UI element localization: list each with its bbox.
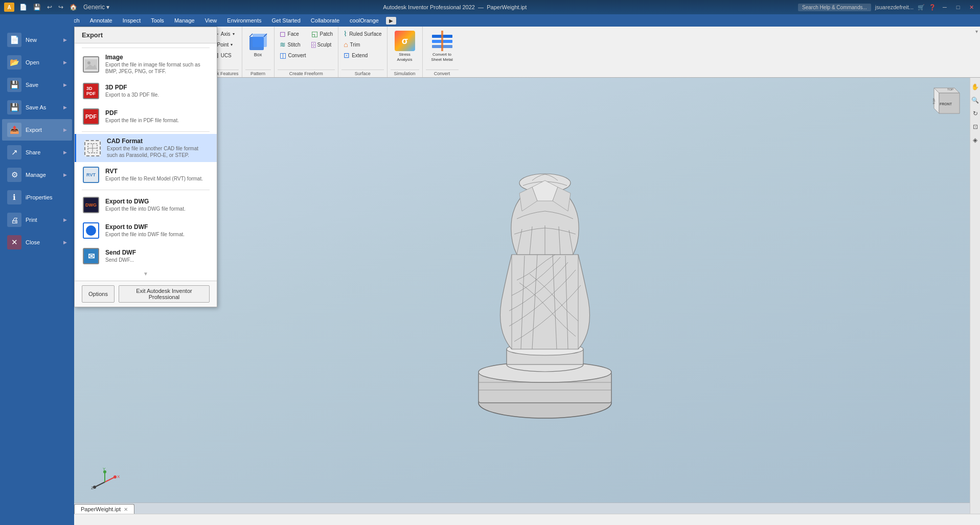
sidebar-item-new[interactable]: 📄 New ▶ (2, 29, 72, 51)
home-btn[interactable]: 🏠 (67, 3, 79, 12)
options-button[interactable]: Options (82, 285, 115, 303)
sidebar-item-open[interactable]: 📂 Open ▶ (2, 52, 72, 73)
menu-view[interactable]: View (200, 16, 222, 25)
sidebar-item-iproperties[interactable]: ℹ iProperties (2, 187, 72, 208)
ribbon-btn-extend[interactable]: ⊡ Extend (341, 50, 383, 60)
sidebar-item-save[interactable]: 💾 Save ▶ (2, 74, 72, 96)
sidebar-iproperties-label: iProperties (26, 194, 53, 200)
ribbon-btn-convert[interactable]: ◫ Convert (278, 50, 308, 60)
extend-label: Extend (352, 53, 368, 58)
svg-point-48 (113, 475, 117, 478)
maximize-btn[interactable]: □ (953, 4, 963, 11)
close-btn[interactable]: ✕ (967, 4, 976, 11)
stitch-label: Stitch (288, 42, 301, 48)
ribbon-btn-sculpt[interactable]: ⌹ Sculpt (309, 39, 335, 50)
convert-group-label: Convert (426, 70, 459, 76)
svg-point-17 (87, 61, 90, 64)
cart-icon[interactable]: 🛒 (918, 4, 925, 11)
convert-icon: ◫ (280, 51, 286, 59)
save-btn[interactable]: 💾 (31, 3, 43, 12)
export-panel: Export Image Export the file in image fi… (74, 27, 217, 307)
export-item-dwg[interactable]: DWG Export to DWG Export the file into D… (75, 192, 217, 218)
ribbon-ff-items: ◻ Face ≋ Stitch ◫ Convert ◱ Patch (278, 29, 335, 70)
stitch-icon: ≋ (280, 40, 286, 49)
menu-collaborate[interactable]: Collaborate (306, 16, 345, 25)
undo-btn[interactable]: ↩ (45, 3, 54, 12)
viewcube[interactable]: FRONT TOP TOP (924, 83, 965, 124)
ribbon-btn-trim[interactable]: ⌂ Trim (341, 39, 383, 50)
axis-indicator: X Z Y (89, 467, 120, 498)
generic-dropdown[interactable]: Generic ▾ (81, 3, 111, 12)
ribbon-conv-items: Convert toSheet Metal (426, 29, 459, 70)
ribbon-btn-stitch[interactable]: ≋ Stitch (278, 39, 308, 50)
ribbon-btn-ruled[interactable]: ⌇ Ruled Surface (341, 29, 383, 39)
menu-annotate[interactable]: Annotate (85, 16, 118, 25)
export-item-3dpdf[interactable]: 3DPDF 3D PDF Export to a 3D PDF file. (75, 78, 217, 104)
close-icon: ✕ (7, 235, 21, 249)
menu-manage[interactable]: Manage (169, 16, 200, 25)
export-item-pdf[interactable]: PDF PDF Export the file in PDF file form… (75, 104, 217, 129)
search-help[interactable]: Search Help & Commands... (798, 4, 871, 11)
pattern-group-label: Pattern (245, 70, 271, 76)
tab-close-btn[interactable]: ✕ (124, 507, 128, 512)
svg-point-49 (93, 486, 96, 489)
svg-text:Z: Z (91, 486, 94, 490)
menu-environments[interactable]: Environments (222, 16, 266, 25)
ribbon-btn-sheetmetal[interactable]: Convert toSheet Metal (426, 29, 459, 63)
exit-button[interactable]: Exit Autodesk Inventor Professional (119, 285, 210, 303)
stress-label: StressAnalysis (397, 52, 413, 62)
new-btn[interactable]: 📄 (17, 3, 29, 12)
ribbon-btn-box[interactable]: Box (245, 29, 271, 58)
screen-record-btn[interactable]: ▶ (386, 17, 396, 25)
sidebar-item-close[interactable]: ✕ Close ▶ (2, 232, 72, 253)
ribbon-btn-face[interactable]: ◻ Face (278, 29, 308, 39)
ribbon-group-freeform: ◻ Face ≋ Stitch ◫ Convert ◱ Patch (275, 27, 339, 77)
export-item-cad[interactable]: CAD Format Export the file in another CA… (75, 134, 217, 162)
ribbon-ff-col: ◻ Face ≋ Stitch ◫ Convert (278, 29, 308, 60)
ribbon-btn-patch[interactable]: ◱ Patch (309, 29, 335, 39)
ribbon-group-convert: Convert toSheet Metal Convert (423, 27, 462, 77)
svg-text:FRONT: FRONT (940, 102, 952, 106)
sidebar-item-share[interactable]: ↗ Share ▶ (2, 142, 72, 163)
print-arrow: ▶ (63, 217, 67, 222)
3d-model (430, 152, 660, 440)
minimize-btn[interactable]: ─ (940, 4, 949, 11)
sculpt-icon: ⌹ (311, 40, 315, 49)
ribbon-expand[interactable]: ▾ (975, 27, 978, 77)
sidebar-new-label: New (26, 37, 37, 43)
dwf-text: Export to DWF Export the file into DWF f… (105, 223, 185, 238)
app-title: Autodesk Inventor Professional 2022 (383, 4, 475, 10)
export-item-image[interactable]: Image Export the file in image file form… (75, 50, 217, 78)
ribbon-btn-stress[interactable]: σ StressAnalysis (391, 29, 419, 63)
face-label: Face (288, 31, 299, 37)
sidebar-item-manage[interactable]: ⚙ Manage ▶ (2, 164, 72, 186)
menu-getstarted[interactable]: Get Started (267, 16, 306, 25)
dwg-text: Export to DWG Export the file into DWG f… (105, 198, 186, 212)
help-icon[interactable]: ❓ (929, 4, 936, 11)
save-icon: 💾 (7, 78, 21, 92)
file-title: PaperWeight.ipt (487, 4, 527, 10)
rvt-icon: RVT (82, 166, 100, 184)
sidebar-item-saveas[interactable]: 💾 Save As ▶ (2, 97, 72, 118)
sidebar-item-print[interactable]: 🖨 Print ▶ (2, 209, 72, 231)
svg-text:TOP: TOP (932, 98, 936, 104)
menu-coolorange[interactable]: coolOrange (345, 16, 384, 25)
export-item-senddwf[interactable]: ✉ Send DWF Send DWF... (75, 243, 217, 269)
ribbon-pattern-items: Box (245, 29, 271, 70)
saveas-icon: 💾 (7, 100, 21, 115)
dwg-icon: DWG (82, 196, 100, 214)
svg-line-45 (105, 477, 115, 482)
tab-paperweight[interactable]: PaperWeight.ipt ✕ (74, 504, 134, 514)
export-item-rvt[interactable]: RVT RVT Export the file to Revit Model (… (75, 162, 217, 188)
sidebar-item-export[interactable]: 📤 Export ▶ (2, 119, 72, 141)
menu-tools[interactable]: Tools (146, 16, 169, 25)
user-label[interactable]: jsuarezdefreit... (875, 4, 914, 10)
export-item-dwf[interactable]: Export to DWF Export the file into DWF f… (75, 218, 217, 243)
svg-text:TOP: TOP (947, 88, 953, 91)
patch-icon: ◱ (311, 30, 318, 38)
menu-inspect[interactable]: Inspect (118, 16, 146, 25)
ribbon-surf-items: ⌇ Ruled Surface ⌂ Trim ⊡ Extend (341, 29, 383, 70)
ff-group-label: Create Freeform (278, 70, 335, 76)
redo-btn[interactable]: ↪ (56, 3, 65, 12)
patch-label: Patch (320, 31, 333, 37)
